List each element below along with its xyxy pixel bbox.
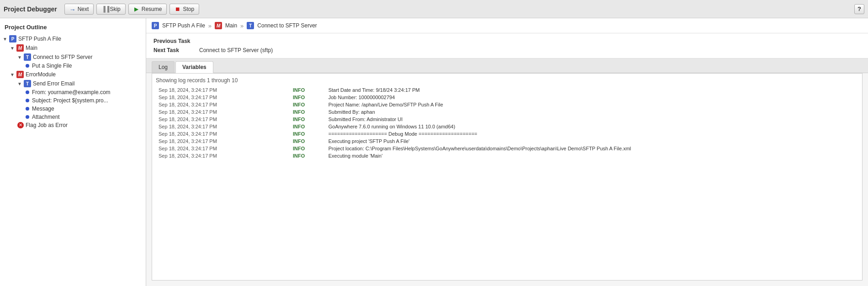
dot-from — [26, 90, 29, 94]
log-table: Sep 18, 2024, 3:24:17 PM INFO Start Date… — [156, 86, 858, 159]
tree-item-message[interactable]: Message — [0, 105, 146, 113]
next-task-value: Connect to SFTP Server (sftp) — [199, 47, 273, 53]
sidebar-title: Project Outline — [0, 22, 146, 34]
badge-t-connect: T — [24, 53, 31, 61]
tree-item-put-file[interactable]: Put a Single File — [0, 62, 146, 70]
log-row: Sep 18, 2024, 3:24:17 PM INFO Project lo… — [156, 145, 858, 152]
stop-label: Stop — [183, 6, 194, 12]
log-message: Executing project 'SFTP Push A File' — [326, 138, 858, 145]
tree-arrow-main: ▼ — [10, 46, 16, 51]
skip-button[interactable]: ▐▐ Skip — [96, 4, 125, 15]
log-level: INFO — [290, 152, 326, 159]
breadcrumb-main: Main — [225, 22, 237, 29]
content-area: P SFTP Push A File » M Main » T Connect … — [146, 18, 868, 286]
log-message: Submitted By: aphan — [326, 108, 858, 116]
breadcrumb-badge-m: M — [215, 22, 222, 29]
stop-button[interactable]: ⏹ Stop — [169, 4, 199, 15]
log-message: Start Date and Time: 9/18/24 3:24:17 PM — [326, 86, 858, 94]
tree-item-sftp-push[interactable]: ▼ P SFTP Push A File — [0, 34, 146, 43]
toolbar: Project Debugger → Next ▐▐ Skip ▶ Resume… — [0, 0, 868, 18]
log-row: Sep 18, 2024, 3:24:17 PM INFO Job Number… — [156, 94, 858, 101]
badge-p-sftp-push: P — [9, 35, 16, 42]
log-message: ==================== Debug Mode ========… — [326, 130, 858, 138]
previous-task-label: Previous Task — [153, 38, 199, 44]
tree-item-flag-job[interactable]: ✕ Flag Job as Error — [0, 121, 146, 129]
log-message: Job Number: 1000000002794 — [326, 94, 858, 101]
log-timestamp: Sep 18, 2024, 3:24:17 PM — [156, 123, 290, 130]
tree-item-from[interactable]: From: yourname@example.com — [0, 88, 146, 96]
tree-arrow-send-email: ▼ — [17, 81, 23, 86]
log-timestamp: Sep 18, 2024, 3:24:17 PM — [156, 138, 290, 145]
tree-label-subject: Subject: Project ${system.pro... — [32, 97, 108, 104]
breadcrumb-sftp-push: SFTP Push A File — [162, 22, 205, 29]
log-panel: Showing log records 1 through 10 Sep 18,… — [152, 73, 863, 281]
previous-task-row: Previous Task — [153, 38, 861, 44]
tab-log[interactable]: Log — [152, 61, 175, 73]
next-label: Next — [78, 6, 89, 12]
breadcrumb: P SFTP Push A File » M Main » T Connect … — [146, 18, 868, 33]
log-level: INFO — [290, 94, 326, 101]
breadcrumb-sep-1: » — [208, 22, 212, 29]
log-message: Executing module 'Main' — [326, 152, 858, 159]
log-level: INFO — [290, 138, 326, 145]
tree-label-send-error-email: Send Error Email — [33, 80, 74, 87]
dot-put-file — [26, 64, 29, 68]
badge-m-main: M — [16, 44, 24, 52]
tabs-bar: Log Variables — [146, 58, 868, 73]
tree-item-connect-sftp[interactable]: ▼ T Connect to SFTP Server — [0, 53, 146, 62]
log-timestamp: Sep 18, 2024, 3:24:17 PM — [156, 152, 290, 159]
next-task-row: Next Task Connect to SFTP Server (sftp) — [153, 47, 861, 53]
help-button[interactable]: ? — [854, 4, 864, 14]
log-timestamp: Sep 18, 2024, 3:24:17 PM — [156, 108, 290, 116]
breadcrumb-badge-p: P — [152, 22, 159, 29]
skip-label: Skip — [110, 6, 120, 12]
next-icon: → — [69, 6, 76, 12]
log-row: Sep 18, 2024, 3:24:17 PM INFO ==========… — [156, 130, 858, 138]
next-task-label: Next Task — [153, 47, 199, 53]
tree-arrow-sftp-push: ▼ — [3, 37, 8, 42]
resume-label: Resume — [142, 6, 162, 12]
log-timestamp: Sep 18, 2024, 3:24:17 PM — [156, 145, 290, 152]
log-message: Project Name: /aphan/Live Demo/SFTP Push… — [326, 101, 858, 108]
log-row: Sep 18, 2024, 3:24:17 PM INFO Executing … — [156, 152, 858, 159]
tree-label-message: Message — [32, 106, 54, 112]
next-button[interactable]: → Next — [64, 4, 94, 15]
tree-item-main[interactable]: ▼ M Main — [0, 43, 146, 53]
log-summary: Showing log records 1 through 10 — [156, 77, 858, 84]
tree-label-main: Main — [26, 45, 37, 51]
icon-flag-job: ✕ — [17, 122, 24, 128]
tree-item-attachment[interactable]: Attachment — [0, 113, 146, 121]
tree-label-sftp-push: SFTP Push A File — [18, 36, 61, 42]
tree-item-error-module[interactable]: ▼ M ErrorModule — [0, 70, 146, 79]
dot-attachment — [26, 115, 29, 119]
log-level: INFO — [290, 101, 326, 108]
resume-button[interactable]: ▶ Resume — [128, 4, 167, 15]
dot-subject — [26, 99, 29, 102]
skip-icon: ▐▐ — [101, 6, 108, 12]
project-outline-sidebar: Project Outline ▼ P SFTP Push A File ▼ M… — [0, 18, 146, 286]
log-row: Sep 18, 2024, 3:24:17 PM INFO Submitted … — [156, 108, 858, 116]
tree-label-flag-job: Flag Job as Error — [26, 122, 68, 128]
log-level: INFO — [290, 116, 326, 123]
tree-label-put-file: Put a Single File — [32, 63, 72, 69]
tree-label-connect: Connect to SFTP Server — [33, 54, 93, 60]
dot-message — [26, 107, 29, 111]
app-title: Project Debugger — [4, 5, 57, 13]
log-level: INFO — [290, 145, 326, 152]
resume-icon: ▶ — [133, 6, 140, 12]
tree-item-subject[interactable]: Subject: Project ${system.pro... — [0, 96, 146, 105]
badge-m-error: M — [16, 71, 24, 78]
tab-variables[interactable]: Variables — [175, 61, 213, 73]
tree-arrow-error: ▼ — [10, 72, 16, 77]
log-row: Sep 18, 2024, 3:24:17 PM INFO GoAnywhere… — [156, 123, 858, 130]
log-timestamp: Sep 18, 2024, 3:24:17 PM — [156, 101, 290, 108]
log-message: Submitted From: Administrator UI — [326, 116, 858, 123]
tree-label-from: From: yourname@example.com — [32, 89, 111, 95]
task-info-panel: Previous Task Next Task Connect to SFTP … — [146, 33, 868, 58]
tree-item-send-error-email[interactable]: ▼ T Send Error Email — [0, 79, 146, 88]
stop-icon: ⏹ — [175, 6, 181, 12]
breadcrumb-connect-sftp: Connect to SFTP Server — [257, 22, 317, 29]
main-layout: Project Outline ▼ P SFTP Push A File ▼ M… — [0, 18, 868, 286]
log-level: INFO — [290, 130, 326, 138]
tree-label-error-module: ErrorModule — [26, 71, 56, 78]
